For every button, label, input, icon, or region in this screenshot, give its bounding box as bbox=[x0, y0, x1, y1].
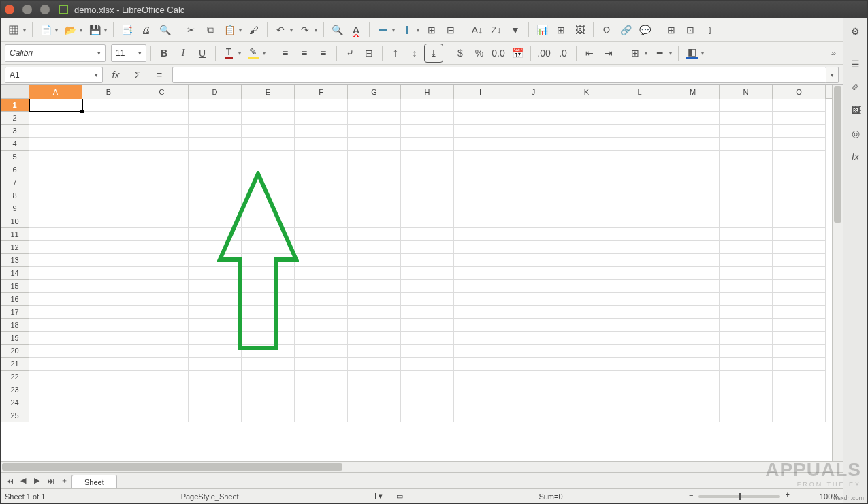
cell[interactable] bbox=[454, 151, 507, 163]
status-page-style[interactable]: PageStyle_Sheet bbox=[181, 492, 239, 501]
cell[interactable] bbox=[135, 138, 189, 151]
cell[interactable] bbox=[242, 306, 295, 319]
cell[interactable] bbox=[560, 112, 613, 125]
cell[interactable] bbox=[773, 112, 826, 125]
first-sheet-button[interactable]: ⏮ bbox=[3, 475, 16, 487]
cell[interactable] bbox=[560, 125, 613, 138]
bold-button[interactable]: B bbox=[155, 44, 173, 62]
cell[interactable] bbox=[135, 409, 189, 422]
cell[interactable] bbox=[507, 202, 560, 215]
cell[interactable] bbox=[666, 332, 720, 345]
hyperlink-button[interactable]: 🔗 bbox=[617, 21, 634, 39]
cell[interactable] bbox=[720, 254, 773, 267]
italic-button[interactable]: I bbox=[174, 44, 192, 62]
cell[interactable] bbox=[295, 409, 348, 422]
cell[interactable] bbox=[666, 293, 720, 306]
cell[interactable] bbox=[295, 332, 348, 345]
cell[interactable] bbox=[295, 358, 348, 371]
cell[interactable] bbox=[348, 319, 401, 332]
cell[interactable] bbox=[507, 306, 560, 319]
cell[interactable] bbox=[29, 202, 82, 215]
status-sum[interactable]: Sum=0 bbox=[539, 492, 562, 501]
pivot-button[interactable]: ⊞ bbox=[552, 21, 570, 39]
cell[interactable] bbox=[135, 241, 189, 254]
clone-format-button[interactable]: 🖌 bbox=[245, 21, 263, 39]
cell[interactable] bbox=[82, 319, 135, 332]
cell[interactable] bbox=[295, 99, 348, 112]
cell[interactable] bbox=[401, 306, 454, 319]
cell[interactable] bbox=[720, 176, 773, 189]
cell[interactable] bbox=[401, 345, 454, 358]
cell[interactable] bbox=[295, 345, 348, 358]
cell[interactable] bbox=[295, 306, 348, 319]
cell[interactable] bbox=[560, 332, 613, 345]
cell[interactable] bbox=[454, 99, 507, 112]
cell[interactable] bbox=[135, 228, 189, 241]
cell[interactable] bbox=[454, 332, 507, 345]
cell[interactable] bbox=[401, 241, 454, 254]
cell[interactable] bbox=[560, 151, 613, 163]
cell[interactable] bbox=[29, 112, 82, 125]
cell[interactable] bbox=[560, 280, 613, 293]
cell[interactable] bbox=[454, 215, 507, 228]
sidebar-styles-button[interactable]: ✐ bbox=[847, 78, 865, 96]
cell[interactable] bbox=[295, 267, 348, 280]
cell[interactable] bbox=[720, 319, 773, 332]
cell[interactable] bbox=[29, 383, 82, 396]
cell[interactable] bbox=[560, 267, 613, 280]
cell[interactable] bbox=[135, 306, 189, 319]
cell[interactable] bbox=[295, 151, 348, 163]
cell[interactable] bbox=[29, 99, 82, 112]
cell[interactable] bbox=[348, 254, 401, 267]
column-header[interactable]: D bbox=[189, 85, 242, 99]
cell[interactable] bbox=[666, 306, 720, 319]
wrap-text-button[interactable]: ⤶ bbox=[341, 44, 359, 62]
borders-button[interactable]: ⊞ bbox=[626, 44, 649, 62]
insert-cells-button[interactable]: ⊞ bbox=[423, 21, 440, 39]
cell[interactable] bbox=[560, 345, 613, 358]
cell[interactable] bbox=[401, 163, 454, 176]
autofilter-button[interactable]: ▼ bbox=[507, 21, 524, 39]
column-header[interactable]: A bbox=[29, 85, 82, 99]
copy-button[interactable]: ⧉ bbox=[202, 21, 219, 39]
cell[interactable] bbox=[135, 125, 189, 138]
cell[interactable] bbox=[560, 241, 613, 254]
insert-chart-button[interactable]: 📊 bbox=[533, 21, 551, 39]
cell[interactable] bbox=[454, 189, 507, 202]
cell[interactable] bbox=[189, 371, 242, 383]
cell[interactable] bbox=[135, 112, 189, 125]
cell[interactable] bbox=[29, 345, 82, 358]
cell[interactable] bbox=[82, 112, 135, 125]
cell[interactable] bbox=[560, 254, 613, 267]
sort-asc-button[interactable]: A↓ bbox=[468, 21, 486, 39]
cell[interactable] bbox=[666, 383, 720, 396]
export-pdf-button[interactable]: 📑 bbox=[118, 21, 135, 39]
cell[interactable] bbox=[560, 306, 613, 319]
cell[interactable] bbox=[189, 358, 242, 371]
cell[interactable] bbox=[82, 306, 135, 319]
cell-bg-button[interactable]: ◧ bbox=[683, 44, 706, 62]
cell[interactable] bbox=[454, 280, 507, 293]
cell[interactable] bbox=[189, 125, 242, 138]
cell[interactable] bbox=[189, 99, 242, 112]
cell[interactable] bbox=[454, 293, 507, 306]
cell[interactable] bbox=[720, 228, 773, 241]
cell[interactable] bbox=[135, 345, 189, 358]
cell[interactable] bbox=[189, 254, 242, 267]
cell[interactable] bbox=[29, 332, 82, 345]
cell[interactable] bbox=[295, 383, 348, 396]
cell[interactable] bbox=[189, 202, 242, 215]
cell[interactable] bbox=[29, 138, 82, 151]
percent-button[interactable]: % bbox=[470, 44, 488, 62]
print-button[interactable]: 🖨 bbox=[137, 21, 155, 39]
cell[interactable] bbox=[401, 332, 454, 345]
cell[interactable] bbox=[666, 358, 720, 371]
column-header[interactable]: E bbox=[242, 85, 295, 99]
row-header[interactable]: 7 bbox=[1, 176, 29, 189]
cell[interactable] bbox=[82, 345, 135, 358]
column-header[interactable]: F bbox=[295, 85, 348, 99]
horizontal-scrollbar[interactable] bbox=[1, 462, 832, 472]
cell[interactable] bbox=[613, 293, 666, 306]
cell[interactable] bbox=[507, 332, 560, 345]
cell[interactable] bbox=[348, 306, 401, 319]
